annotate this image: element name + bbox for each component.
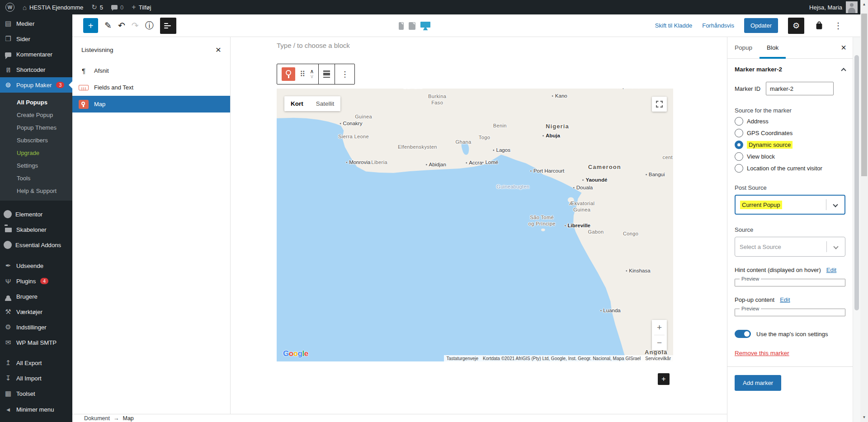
google-map[interactable]: Bamako Burkina Faso Kano N'Djamena — [277, 89, 673, 361]
appearance-icon: ✒ — [4, 262, 13, 270]
marker-panel-toggle[interactable]: Marker marker-2 — [735, 59, 845, 75]
sidebar-item[interactable]: ▤ Medier — [0, 16, 72, 31]
list-view-button[interactable] — [160, 18, 176, 34]
hint-edit-link[interactable]: Edit — [826, 267, 836, 273]
list-view-item[interactable]: Map — [72, 96, 230, 113]
desktop-preview-icon[interactable] — [420, 22, 430, 30]
tablet-preview-icon[interactable] — [409, 22, 415, 30]
block-options-kebab[interactable]: ⋮ — [340, 70, 350, 79]
submenu-item[interactable]: Popup Themes — [0, 121, 72, 134]
sidebar-item[interactable]: Skabeloner — [0, 222, 72, 237]
radio-option[interactable]: GPS Coordinates — [735, 129, 845, 137]
icon-settings-toggle[interactable] — [735, 330, 751, 338]
drag-handle-icon[interactable]: ⠿ — [300, 70, 305, 79]
map-type-map-button[interactable]: Kort — [284, 96, 310, 111]
move-down-button[interactable]: ∨ — [310, 74, 314, 79]
radio-circle[interactable] — [735, 152, 743, 161]
popup-content-edit-link[interactable]: Edit — [780, 296, 790, 303]
comments-link[interactable]: 0 — [111, 4, 123, 11]
updates-link[interactable]: ↻ 5 — [91, 3, 103, 11]
map-type-satellite-button[interactable]: Satellit — [310, 96, 341, 111]
sidebar-item[interactable]: ✒ Udseende — [0, 258, 72, 273]
scroll-up-icon[interactable]: ▲ — [860, 1, 868, 8]
sidebar-item[interactable]: ❐ Sider — [0, 31, 72, 47]
zoom-out-button[interactable]: − — [652, 335, 667, 350]
phone-preview-icon[interactable] — [399, 22, 404, 30]
list-view-item[interactable]: Fields and Text — [72, 79, 230, 96]
sidebar-item[interactable]: Brugere — [0, 289, 72, 304]
zoom-in-button[interactable]: + — [652, 320, 667, 335]
submenu-item[interactable]: Settings — [0, 159, 72, 172]
fullscreen-button[interactable] — [652, 97, 667, 112]
details-button[interactable]: ⓘ — [145, 20, 154, 32]
sidebar-item[interactable]: [/] Shortcoder — [0, 62, 72, 77]
terms-link[interactable]: Servicevilkår — [643, 355, 673, 361]
user-greeting[interactable]: Hejsa, Maria — [809, 4, 842, 11]
google-logo[interactable]: Google — [283, 349, 308, 358]
submenu-item[interactable]: Subscribers — [0, 134, 72, 146]
sidebar-scrollbar[interactable] — [853, 37, 860, 422]
radio-circle[interactable] — [735, 117, 743, 126]
sidebar-item[interactable]: Ψ Plugins 4 — [0, 273, 72, 289]
tab-block[interactable]: Blok — [760, 37, 786, 59]
source-select[interactable]: Select a Source — [735, 237, 845, 257]
collapse-menu-button[interactable]: ◀ Minimer menu — [0, 402, 72, 417]
remove-marker-link[interactable]: Remove this marker — [735, 350, 789, 356]
scroll-down-icon[interactable]: ▼ — [860, 414, 868, 421]
add-marker-button[interactable]: Add marker — [735, 375, 781, 391]
submenu-item[interactable]: Create Popup — [0, 108, 72, 121]
marker-id-input[interactable] — [766, 82, 834, 95]
sidebar-item[interactable]: ↥ All Export — [0, 355, 72, 370]
radio-option[interactable]: View block — [735, 152, 845, 161]
plugin-sidebar-button[interactable] — [814, 21, 824, 31]
submenu-item[interactable]: Tools — [0, 172, 72, 184]
new-content-link[interactable]: + Tilføj — [132, 3, 151, 11]
block-appender-button[interactable]: + — [658, 373, 670, 385]
update-button[interactable]: Opdater — [744, 18, 778, 33]
radio-option[interactable]: Location of the current visitor — [735, 164, 845, 173]
preview-button[interactable]: Forhåndsvis — [702, 22, 734, 29]
wordpress-menu[interactable]: W — [5, 3, 14, 12]
avatar[interactable] — [846, 1, 858, 13]
editor-canvas[interactable]: Type / to choose a block ⠿ ∧ ∨ ⋮ — [231, 37, 727, 414]
radio-circle[interactable] — [735, 164, 743, 173]
submenu-item[interactable]: Help & Support — [0, 184, 72, 197]
submenu-item[interactable]: All Popups — [0, 96, 72, 108]
empty-block-placeholder[interactable]: Type / to choose a block — [277, 42, 350, 49]
options-kebab-button[interactable]: ⋮ — [834, 21, 842, 31]
post-source-select[interactable]: Current Popup — [735, 195, 845, 215]
sidebar-item[interactable]: ⊚ Popup Maker 3 — [0, 77, 72, 93]
settings-gear-button[interactable]: ⚙ — [788, 18, 804, 34]
close-inspector-button[interactable]: × — [841, 42, 846, 53]
switch-to-draft-button[interactable]: Skift til Kladde — [655, 22, 692, 29]
radio-option[interactable]: Dynamic source — [735, 141, 845, 149]
radio-circle[interactable] — [735, 129, 743, 137]
edit-tool-button[interactable]: ✎ — [104, 20, 112, 31]
scrollbar-thumb[interactable] — [861, 14, 867, 176]
radio-circle[interactable] — [735, 141, 743, 149]
sidebar-item[interactable]: Kommentarer — [0, 47, 72, 62]
undo-button[interactable]: ↶ — [118, 20, 125, 31]
redo-button[interactable]: ↷ — [132, 20, 139, 31]
close-list-view-button[interactable]: × — [216, 44, 221, 55]
submenu-item[interactable]: Upgrade — [0, 146, 72, 159]
map-block-icon[interactable] — [282, 67, 295, 81]
shortcode-icon: [/] — [4, 67, 13, 72]
page-scrollbar[interactable]: ▲ ▼ — [860, 0, 868, 422]
site-name-link[interactable]: ⌂ HESTIA Ejendomme — [23, 4, 83, 11]
tab-popup[interactable]: Popup — [727, 37, 760, 59]
radio-option[interactable]: Address — [735, 117, 845, 126]
keyboard-shortcuts-link[interactable]: Tastaturgenveje — [444, 355, 481, 361]
sidebar-item[interactable]: ▦ Toolset — [0, 386, 72, 401]
sidebar-item[interactable]: ⚙ Indstillinger — [0, 319, 72, 335]
sidebar-item[interactable]: ✉ WP Mail SMTP — [0, 335, 72, 350]
sidebar-item[interactable]: Essential Addons — [0, 237, 72, 253]
block-inserter-button[interactable]: + — [83, 18, 98, 33]
sidebar-item[interactable]: Elementor — [0, 206, 72, 222]
list-view-item[interactable]: ¶ Afsnit — [72, 62, 230, 79]
breadcrumb-root[interactable]: Dokument — [84, 415, 110, 422]
scrollbar-thumb[interactable] — [854, 55, 859, 310]
align-button[interactable] — [323, 70, 330, 78]
sidebar-item[interactable]: ↧ All Import — [0, 370, 72, 386]
sidebar-item[interactable]: ⚒ Værktøjer — [0, 304, 72, 319]
